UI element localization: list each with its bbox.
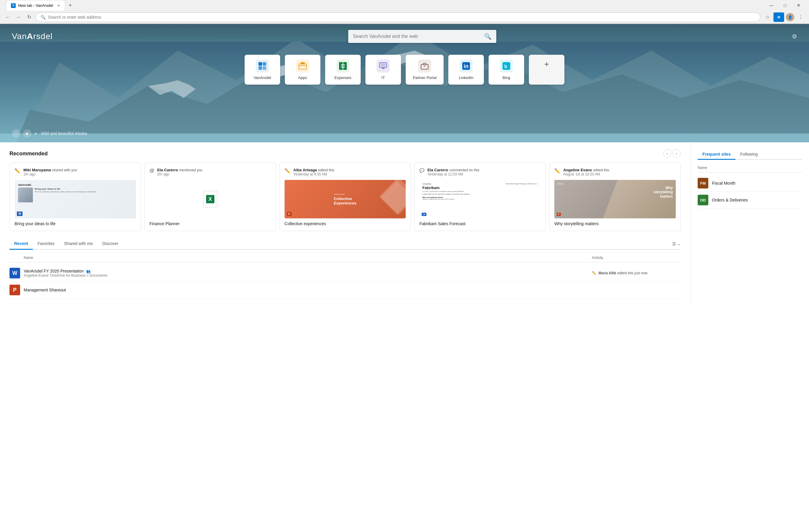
freq-tab-following[interactable]: Following bbox=[736, 149, 762, 160]
maximize-button[interactable]: □ bbox=[778, 1, 792, 10]
new-tab-button[interactable]: + bbox=[66, 1, 74, 10]
file-location-1: Angeline Evans' OneDrive for Business » … bbox=[24, 273, 592, 278]
svg-rect-23 bbox=[421, 65, 428, 69]
rec-card-user-3: Alba Arteaga bbox=[293, 168, 317, 172]
storytelling-year: 2019 bbox=[557, 182, 563, 185]
rec-card-user-4: Ela Carerro bbox=[427, 168, 448, 172]
quick-link-expenses[interactable]: Expenses bbox=[325, 55, 361, 85]
rec-card-finance-planner[interactable]: @ Ela Carerro mentioned you 2hr ago X bbox=[144, 162, 276, 231]
minimize-button[interactable]: — bbox=[764, 1, 778, 10]
file-info-2: Management Shareout bbox=[24, 288, 592, 292]
recommended-cards: ✏️ Miki Maruyama shared with you 1hr ago… bbox=[10, 162, 681, 231]
rec-card-bring-your-ideas[interactable]: ✏️ Miki Maruyama shared with you 1hr ago… bbox=[10, 162, 141, 231]
apps-label: Apps bbox=[298, 75, 307, 80]
apps-icon bbox=[296, 59, 309, 72]
linkedin-label: LinkedIn bbox=[459, 75, 474, 80]
rec-card-storytelling[interactable]: ✏️ Angeline Evans edited this August 1st… bbox=[549, 162, 681, 231]
tab-favorites[interactable]: Favorites bbox=[33, 238, 59, 250]
hero-search-box[interactable]: 🔍 bbox=[348, 30, 496, 43]
it-label: IT bbox=[381, 75, 385, 80]
settings-menu-button[interactable]: ⋮ bbox=[796, 13, 806, 22]
hero-bottom: ‹ ▶ ► Wild and beautiful Alaska bbox=[12, 129, 87, 138]
freq-sites-header: Name bbox=[698, 164, 802, 173]
forward-button[interactable]: → bbox=[14, 13, 22, 21]
quick-link-bing[interactable]: b Bing bbox=[488, 55, 524, 85]
close-button[interactable]: ✕ bbox=[792, 1, 806, 10]
file-item-vanarsdel-fy[interactable]: W VanArsdel FY 2020 Presentation 👥 Angel… bbox=[10, 265, 681, 282]
profile-button[interactable]: 👤 bbox=[785, 13, 795, 22]
address-bar[interactable]: 🔍 bbox=[36, 13, 760, 22]
hero-search-input[interactable] bbox=[353, 34, 482, 39]
tab-shared-with-me[interactable]: Shared with me bbox=[59, 238, 98, 250]
shared-icon-1: 👥 bbox=[86, 269, 91, 273]
hero-settings-icon[interactable]: ⚙ bbox=[792, 33, 797, 40]
rec-card-meta-4: Ela Carerro commented on this Yesterday … bbox=[427, 167, 541, 176]
svg-rect-10 bbox=[263, 66, 266, 70]
refresh-button[interactable]: ↻ bbox=[25, 13, 33, 21]
rec-card-action-3: edited this bbox=[318, 168, 334, 172]
freq-item-fiscal-month[interactable]: FM Fiscal Month bbox=[698, 175, 802, 192]
fabrikam-thumbnail-4: Creativity. VanArsdel Digital Strategy |… bbox=[419, 180, 541, 218]
tab-recent[interactable]: Recent bbox=[10, 238, 33, 250]
svg-rect-12 bbox=[300, 62, 305, 65]
file-item-management-shareout[interactable]: P Management Shareout bbox=[10, 282, 681, 299]
list-view-button[interactable]: ☰ ⌄ bbox=[672, 242, 681, 246]
favorites-button[interactable]: ☆ bbox=[763, 13, 772, 22]
quick-link-linkedin[interactable]: in LinkedIn bbox=[448, 55, 484, 85]
freq-tab-frequent[interactable]: Frequent sites bbox=[698, 149, 736, 160]
file-section: Recent Favorites Shared with me Discover… bbox=[10, 238, 681, 299]
quick-link-it[interactable]: IT bbox=[365, 55, 401, 85]
svg-text:in: in bbox=[464, 63, 468, 69]
ppt-file-icon-2: P bbox=[10, 285, 20, 295]
activity-edit-icon-1: ✏️ bbox=[592, 271, 597, 275]
back-button[interactable]: ← bbox=[3, 13, 12, 21]
tab-close-button[interactable]: ✕ bbox=[57, 3, 60, 8]
add-icon: + bbox=[544, 59, 549, 69]
right-panel: Frequent sites Following Name FM Fiscal … bbox=[691, 142, 809, 306]
expenses-label: Expenses bbox=[334, 75, 351, 80]
tab-title: New tab - VanArsdel bbox=[18, 3, 53, 8]
hero-caption: Wild and beautiful Alaska bbox=[41, 131, 87, 136]
address-input[interactable] bbox=[48, 15, 755, 19]
rec-card-action-2: mentioned you bbox=[179, 168, 203, 172]
storytelling-text: Whystorytellingmatters bbox=[654, 186, 673, 198]
tab-discover[interactable]: Discover bbox=[98, 238, 123, 250]
bing-logo-small: ► bbox=[34, 131, 38, 136]
activity-action-1: edited this just now bbox=[617, 271, 647, 275]
hero-next-button[interactable]: ▶ bbox=[23, 129, 31, 138]
rec-card-title-3: Collective experiences bbox=[285, 221, 406, 226]
rec-card-fabrikam[interactable]: 💬 Ela Carerro commented on this Yesterda… bbox=[414, 162, 546, 231]
list-view-icon: ☰ bbox=[672, 242, 676, 246]
quick-link-add[interactable]: + bbox=[529, 55, 564, 85]
recommended-prev-button[interactable]: ‹ bbox=[663, 149, 671, 158]
tabs-right-actions: ☰ ⌄ bbox=[672, 242, 681, 246]
recommended-next-button[interactable]: › bbox=[672, 149, 681, 158]
quick-link-vanarsdel[interactable]: VanArsdel bbox=[245, 55, 280, 85]
hero-search-button[interactable]: 🔍 bbox=[484, 33, 492, 40]
rec-card-collective[interactable]: ✏️ Alba Arteaga edited this Yesterday at… bbox=[279, 162, 411, 231]
microsoft-button[interactable]: M bbox=[773, 13, 784, 22]
quick-links-row: VanArsdel Apps Expenses IT bbox=[245, 55, 564, 85]
tab-bar: V New tab - VanArsdel ✕ + bbox=[3, 0, 77, 11]
file-name-2: Management Shareout bbox=[24, 288, 592, 292]
bing-label: Bing bbox=[502, 75, 510, 80]
profile-avatar: 👤 bbox=[786, 13, 794, 21]
quick-link-partner-portal[interactable]: Partner Portal bbox=[406, 55, 444, 85]
window-controls: — □ ✕ bbox=[764, 1, 806, 10]
quick-link-apps[interactable]: Apps bbox=[285, 55, 321, 85]
rec-card-header-4: 💬 Ela Carerro commented on this Yesterda… bbox=[419, 167, 541, 176]
brand-logo: VanArsdel bbox=[12, 32, 53, 41]
rec-card-header-1: ✏️ Miki Maruyama shared with you 1hr ago bbox=[15, 167, 136, 176]
freq-item-orders-deliveries[interactable]: OD Orders & Deliveries bbox=[698, 192, 802, 209]
rec-card-action-5: edited this bbox=[593, 168, 609, 172]
rec-card-title-5: Why storytelling matters bbox=[554, 221, 676, 226]
partner-portal-icon bbox=[418, 59, 431, 72]
active-tab[interactable]: V New tab - VanArsdel ✕ bbox=[6, 0, 65, 11]
storytelling-thumbnail-5: 2019 Whystorytellingmatters P bbox=[554, 180, 676, 218]
hero-prev-button[interactable]: ‹ bbox=[12, 129, 20, 138]
svg-text:b: b bbox=[504, 64, 507, 69]
ppt-icon-tiny-5: P bbox=[557, 213, 561, 216]
rec-card-user-5: Angeline Evans bbox=[563, 168, 592, 172]
orders-deliveries-icon: OD bbox=[698, 195, 708, 205]
main-content: Recommended ‹ › ✏️ Miki Maruyama shared … bbox=[0, 142, 809, 306]
